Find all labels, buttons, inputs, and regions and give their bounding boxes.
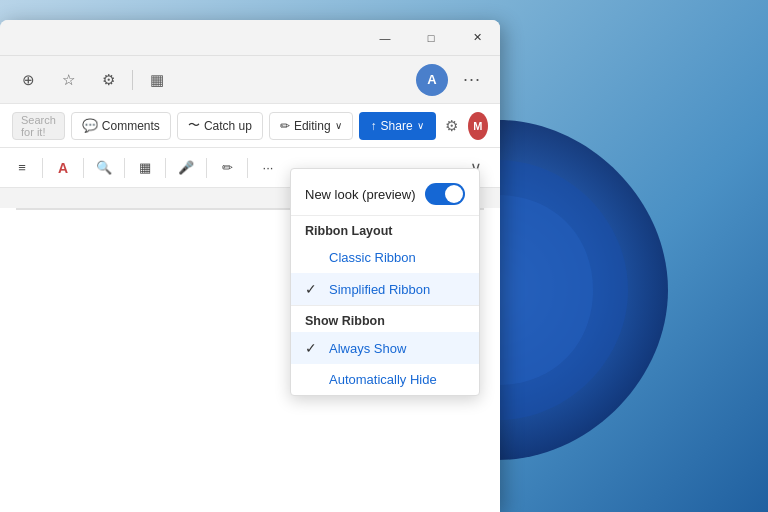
classic-ribbon-label: Classic Ribbon xyxy=(329,250,416,265)
extensions-button[interactable]: ⚙ xyxy=(92,64,124,96)
avatar-initial: A xyxy=(427,72,436,87)
editing-chevron-icon: ∨ xyxy=(335,120,342,131)
ribbon-font-color-btn[interactable]: A xyxy=(49,154,77,182)
comments-button[interactable]: 💬 Comments xyxy=(71,112,171,140)
settings-icon: ⚙ xyxy=(445,117,458,135)
ribbon-more-btn[interactable]: ··· xyxy=(254,154,282,182)
show-ribbon-title: Show Ribbon xyxy=(291,306,479,332)
classic-ribbon-item[interactable]: Classic Ribbon xyxy=(291,242,479,273)
catch-icon: 〜 xyxy=(188,117,200,134)
title-bar-controls: — □ ✕ xyxy=(362,20,500,55)
catch-up-button[interactable]: 〜 Catch up xyxy=(177,112,263,140)
new-look-toggle[interactable] xyxy=(425,183,465,205)
ribbon-divider-2 xyxy=(83,158,84,178)
editing-label: Editing xyxy=(294,119,331,133)
ribbon-divider-4 xyxy=(165,158,166,178)
close-button[interactable]: ✕ xyxy=(454,20,500,56)
simplified-ribbon-label: Simplified Ribbon xyxy=(329,282,430,297)
extensions-icon: ⚙ xyxy=(102,71,115,89)
dropdown-panel: New look (preview) Ribbon Layout Classic… xyxy=(290,168,480,396)
ribbon-divider-3 xyxy=(124,158,125,178)
ribbon-divider-1 xyxy=(42,158,43,178)
share-chevron-icon: ∨ xyxy=(417,120,424,131)
maximize-button[interactable]: □ xyxy=(408,20,454,56)
ribbon-search-btn[interactable]: 🔍 xyxy=(90,154,118,182)
editing-button[interactable]: ✏ Editing ∨ xyxy=(269,112,353,140)
address-toolbar: ⊕ ☆ ⚙ ▦ A ··· xyxy=(0,56,500,104)
ribbon-layout-title: Ribbon Layout xyxy=(291,216,479,242)
always-show-label: Always Show xyxy=(329,341,406,356)
ribbon-divider-6 xyxy=(247,158,248,178)
doc-avatar-initial: M xyxy=(473,120,482,132)
new-look-row: New look (preview) xyxy=(305,179,465,209)
share-icon: ↑ xyxy=(371,119,377,133)
search-placeholder: Search for it! xyxy=(21,114,56,138)
auto-hide-label: Automatically Hide xyxy=(329,372,437,387)
editing-icon: ✏ xyxy=(280,119,290,133)
settings-button[interactable]: ⚙ xyxy=(442,112,462,140)
favorites-icon: ☆ xyxy=(62,71,75,89)
simplified-ribbon-item[interactable]: ✓ Simplified Ribbon xyxy=(291,273,479,305)
toolbar-divider xyxy=(132,70,133,90)
zoom-button[interactable]: ⊕ xyxy=(12,64,44,96)
favorites-button[interactable]: ☆ xyxy=(52,64,84,96)
more-options-button[interactable]: ··· xyxy=(456,64,488,96)
doc-toolbar: Search for it! 💬 Comments 〜 Catch up ✏ E… xyxy=(0,104,500,148)
wallet-icon: ▦ xyxy=(150,71,164,89)
title-bar: — □ ✕ xyxy=(0,20,500,56)
comments-label: Comments xyxy=(102,119,160,133)
ribbon-mic-btn[interactable]: 🎤 xyxy=(172,154,200,182)
new-look-section: New look (preview) xyxy=(291,169,479,215)
ribbon-menu-btn[interactable]: ≡ xyxy=(8,154,36,182)
new-look-label: New look (preview) xyxy=(305,187,416,202)
auto-hide-item[interactable]: Automatically Hide xyxy=(291,364,479,395)
ribbon-table-btn[interactable]: ▦ xyxy=(131,154,159,182)
user-avatar-doc[interactable]: M xyxy=(468,112,488,140)
wallet-button[interactable]: ▦ xyxy=(141,64,173,96)
search-box: Search for it! xyxy=(12,112,65,140)
always-show-item[interactable]: ✓ Always Show xyxy=(291,332,479,364)
share-label: Share xyxy=(381,119,413,133)
zoom-icon: ⊕ xyxy=(22,71,35,89)
always-show-checkmark: ✓ xyxy=(305,340,321,356)
catch-label: Catch up xyxy=(204,119,252,133)
simplified-ribbon-checkmark: ✓ xyxy=(305,281,321,297)
share-button[interactable]: ↑ Share ∨ xyxy=(359,112,436,140)
comments-icon: 💬 xyxy=(82,118,98,133)
user-avatar-top[interactable]: A xyxy=(416,64,448,96)
minimize-button[interactable]: — xyxy=(362,20,408,56)
ribbon-divider-5 xyxy=(206,158,207,178)
more-icon: ··· xyxy=(463,69,481,90)
ribbon-editor-btn[interactable]: ✏ xyxy=(213,154,241,182)
